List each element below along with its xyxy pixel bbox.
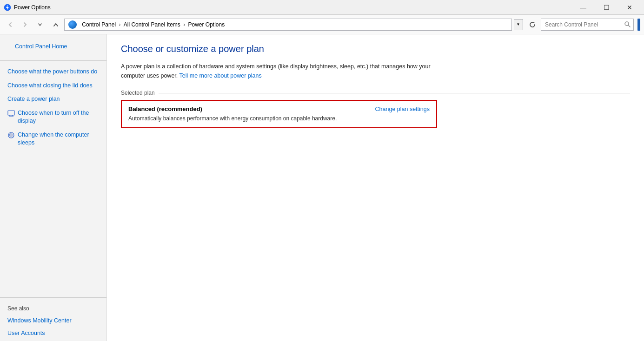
plan-box-header: Balanced (recommended) Change plan setti… [128, 105, 430, 112]
sidebar-see-also-section: See also Windows Mobility Center User Ac… [0, 302, 106, 341]
title-bar: Power Options — ☐ ✕ [0, 0, 644, 15]
sidebar-item-computer-sleeps[interactable]: Change when the computer sleeps [7, 130, 99, 149]
chevron-down-icon [38, 23, 42, 26]
forward-button[interactable] [19, 18, 32, 31]
plan-box: Balanced (recommended) Change plan setti… [121, 100, 437, 128]
content-area: Choose or customize a power plan A power… [107, 34, 644, 341]
address-dropdown-button[interactable]: ▼ [514, 19, 523, 30]
breadcrumb-all-items[interactable]: All Control Panel Items [124, 21, 180, 28]
sidebar: Control Panel Home Choose what the power… [0, 34, 107, 341]
search-button[interactable] [623, 20, 632, 29]
selected-plan-header: Selected plan [121, 90, 630, 96]
sidebar-top-section: Control Panel Home [0, 40, 106, 57]
search-input[interactable] [541, 19, 634, 31]
change-plan-settings-link[interactable]: Change plan settings [375, 106, 430, 112]
close-button[interactable]: ✕ [619, 2, 640, 13]
sidebar-item-label: Choose when to turn off the display [18, 109, 99, 125]
plan-name: Balanced (recommended) [128, 105, 202, 112]
main-layout: Control Panel Home Choose what the power… [0, 34, 644, 341]
description-text: A power plan is a collection of hardware… [121, 62, 437, 80]
window-title: Power Options [14, 4, 51, 11]
sleep-icon [7, 131, 15, 139]
sidebar-item-power-buttons[interactable]: Choose what the power buttons do [7, 66, 99, 78]
globe-icon [68, 20, 77, 29]
breadcrumb-sep-1: › [119, 21, 122, 28]
monitor-icon [7, 110, 15, 117]
selected-plan-divider [159, 93, 630, 93]
selected-plan-label: Selected plan [121, 90, 155, 96]
plan-description: Automatically balances performance with … [128, 115, 430, 122]
up-icon [53, 22, 59, 27]
refresh-button[interactable] [526, 19, 539, 31]
svg-line-2 [628, 25, 630, 27]
sidebar-item-turn-off-display[interactable]: Choose when to turn off the display [7, 108, 99, 127]
window-controls: — ☐ ✕ [572, 2, 640, 13]
app-icon [4, 4, 11, 11]
up-button[interactable] [49, 18, 62, 31]
back-button[interactable] [4, 18, 17, 31]
breadcrumb-sep-2: › [183, 21, 186, 28]
forward-icon [22, 22, 28, 27]
search-container [541, 19, 634, 31]
back-icon [7, 22, 13, 27]
refresh-icon [529, 21, 536, 28]
accent-bar [637, 19, 640, 31]
see-also-label: See also [7, 303, 99, 315]
sidebar-item-user-accounts[interactable]: User Accounts [7, 328, 99, 339]
search-icon [624, 21, 631, 27]
address-bar: Control Panel › All Control Panel Items … [0, 15, 644, 34]
sidebar-item-control-panel-home[interactable]: Control Panel Home [7, 42, 99, 51]
description-main: A power plan is a collection of hardware… [121, 63, 431, 79]
breadcrumb-current: Power Options [188, 21, 225, 28]
page-heading: Choose or customize a power plan [121, 44, 630, 54]
maximize-button[interactable]: ☐ [596, 2, 617, 13]
sidebar-item-windows-mobility[interactable]: Windows Mobility Center [7, 315, 99, 327]
breadcrumb-text: Control Panel › All Control Panel Items … [82, 21, 225, 28]
sidebar-links-section: Choose what the power buttons do Choose … [0, 65, 106, 154]
svg-rect-3 [8, 111, 14, 115]
dropdown-arrow-button[interactable] [33, 18, 46, 31]
minimize-button[interactable]: — [572, 2, 594, 13]
sidebar-item-label-sleeps: Change when the computer sleeps [18, 131, 99, 147]
address-field[interactable]: Control Panel › All Control Panel Items … [64, 19, 512, 31]
breadcrumb-control-panel[interactable]: Control Panel [82, 21, 116, 28]
selected-plan-section: Selected plan Balanced (recommended) Cha… [121, 90, 630, 128]
sidebar-divider-2 [0, 297, 106, 298]
sidebar-divider-1 [0, 60, 106, 61]
sidebar-item-closing-lid[interactable]: Choose what closing the lid does [7, 80, 99, 92]
learn-more-link[interactable]: Tell me more about power plans [179, 72, 262, 79]
sidebar-item-create-plan[interactable]: Create a power plan [7, 94, 99, 105]
